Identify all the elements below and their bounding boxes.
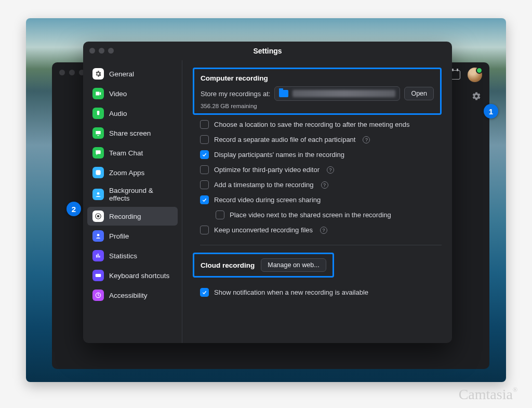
sidebar-icon [92, 270, 104, 281]
traffic-lights [59, 70, 85, 75]
option-label: Choose a location to save the recording … [214, 121, 410, 128]
help-icon[interactable]: ? [363, 136, 370, 143]
recording-option-row: Add a timestamp to the recording? [193, 177, 442, 192]
checkbox[interactable] [200, 195, 209, 204]
open-button[interactable]: Open [404, 87, 434, 100]
sidebar-item-recording[interactable]: Recording [87, 207, 178, 226]
sidebar-item-label: Accessibility [109, 292, 148, 299]
recording-option-row: Record video during screen sharing [193, 192, 442, 207]
settings-window: Settings GeneralVideoAudioShare screenTe… [83, 42, 452, 343]
sidebar-item-label: Zoom Apps [109, 169, 144, 177]
sidebar-item-label: Video [109, 90, 127, 98]
watermark: Camtasia® [459, 386, 517, 403]
sidebar-item-general[interactable]: General [87, 64, 178, 83]
sidebar-item-statistics[interactable]: Statistics [87, 246, 178, 265]
notify-label: Show notification when a new recording i… [214, 288, 368, 296]
manage-on-web-button[interactable]: Manage on web... [261, 258, 326, 272]
help-icon[interactable]: ? [320, 227, 327, 234]
notify-checkbox[interactable] [200, 288, 209, 297]
settings-titlebar: Settings [83, 42, 452, 60]
option-label: Add a timestamp to the recording [214, 181, 314, 189]
option-label: Place video next to the shared screen in… [230, 211, 391, 219]
sidebar-item-label: Keyboard shortcuts [109, 272, 169, 280]
sidebar-item-label: Profile [109, 232, 129, 240]
sidebar-icon [92, 127, 104, 139]
checkbox[interactable] [200, 120, 209, 129]
sidebar-item-background-effects[interactable]: Background & effects [87, 183, 178, 206]
sidebar-icon [92, 289, 104, 301]
recording-option-row: Optimize for third-party video editor? [193, 162, 442, 177]
recording-option-row: Display participants' names in the recor… [193, 147, 442, 162]
window-title: Settings [253, 47, 282, 55]
svg-point-1 [97, 192, 100, 195]
section-title-cloud-recording: Cloud recording [201, 261, 255, 269]
sidebar-item-label: Statistics [109, 252, 137, 260]
sidebar-item-label: Team Chat [109, 149, 143, 157]
store-recordings-label: Store my recordings at: [201, 90, 270, 98]
notify-option-row: Show notification when a new recording i… [193, 285, 442, 300]
checkbox[interactable] [200, 135, 209, 144]
sidebar-icon [92, 167, 104, 178]
sidebar-item-label: Recording [109, 213, 141, 220]
sidebar-icon [92, 189, 104, 200]
sidebar-item-profile[interactable]: Profile [87, 227, 178, 245]
section-title-computer-recording: Computer recording [201, 74, 434, 82]
recording-option-row: Keep unconverted recording files? [193, 222, 442, 238]
recording-option-row: Choose a location to save the recording … [193, 117, 442, 132]
option-label: Display participants' names in the recor… [214, 151, 344, 159]
sidebar-icon [92, 88, 104, 99]
checkbox[interactable] [200, 150, 209, 159]
settings-content: Computer recording Store my recordings a… [182, 60, 452, 343]
settings-sidebar: GeneralVideoAudioShare screenTeam ChatZo… [83, 60, 182, 343]
sidebar-item-team-chat[interactable]: Team Chat [87, 143, 178, 162]
separator [200, 245, 442, 245]
option-label: Record a separate audio file of each par… [214, 136, 355, 143]
recording-path-value-blurred [292, 90, 395, 97]
svg-rect-5 [96, 274, 101, 277]
svg-point-3 [97, 215, 100, 218]
step-badge-2: 2 [66, 202, 81, 216]
svg-point-4 [97, 234, 100, 236]
option-label: Keep unconverted recording files [214, 226, 313, 234]
sidebar-item-audio[interactable]: Audio [87, 104, 178, 123]
option-label: Record video during screen sharing [214, 196, 321, 204]
sidebar-item-label: Background & effects [109, 187, 172, 202]
sidebar-icon [92, 68, 104, 80]
recording-options-list: Choose a location to save the recording … [193, 117, 442, 238]
sidebar-item-accessibility[interactable]: Accessibility [87, 286, 178, 305]
sidebar-icon [92, 108, 104, 119]
recording-path-field[interactable] [274, 86, 400, 101]
recording-option-row: Place video next to the shared screen in… [193, 207, 442, 222]
step-badge-1: 1 [484, 104, 498, 119]
sidebar-item-label: Audio [109, 110, 127, 117]
cloud-recording-highlight: Cloud recording Manage on web... [193, 253, 334, 278]
gear-icon[interactable] [472, 91, 481, 101]
sidebar-item-share-screen[interactable]: Share screen [87, 124, 178, 142]
checkbox[interactable] [200, 165, 209, 174]
computer-recording-highlight: Computer recording Store my recordings a… [193, 68, 442, 115]
svg-rect-0 [96, 170, 100, 175]
recording-option-row: Record a separate audio file of each par… [193, 132, 442, 147]
option-label: Optimize for third-party video editor [214, 166, 320, 174]
sidebar-item-zoom-apps[interactable]: Zoom Apps [87, 163, 178, 182]
sidebar-icon [92, 230, 104, 242]
sidebar-item-label: Share screen [109, 129, 151, 137]
avatar[interactable] [468, 68, 482, 82]
storage-remaining: 356.28 GB remaining [201, 103, 434, 109]
sidebar-icon [92, 147, 104, 159]
help-icon[interactable]: ? [327, 166, 334, 174]
help-icon[interactable]: ? [321, 181, 328, 189]
sidebar-icon [92, 250, 104, 261]
traffic-lights[interactable] [89, 48, 114, 54]
checkbox[interactable] [200, 180, 209, 189]
sidebar-item-video[interactable]: Video [87, 84, 178, 103]
checkbox[interactable] [216, 210, 224, 219]
folder-icon [279, 90, 288, 97]
sidebar-icon [92, 210, 104, 222]
sidebar-item-label: General [109, 70, 134, 78]
checkbox[interactable] [200, 226, 209, 234]
sidebar-item-keyboard-shortcuts[interactable]: Keyboard shortcuts [87, 266, 178, 285]
